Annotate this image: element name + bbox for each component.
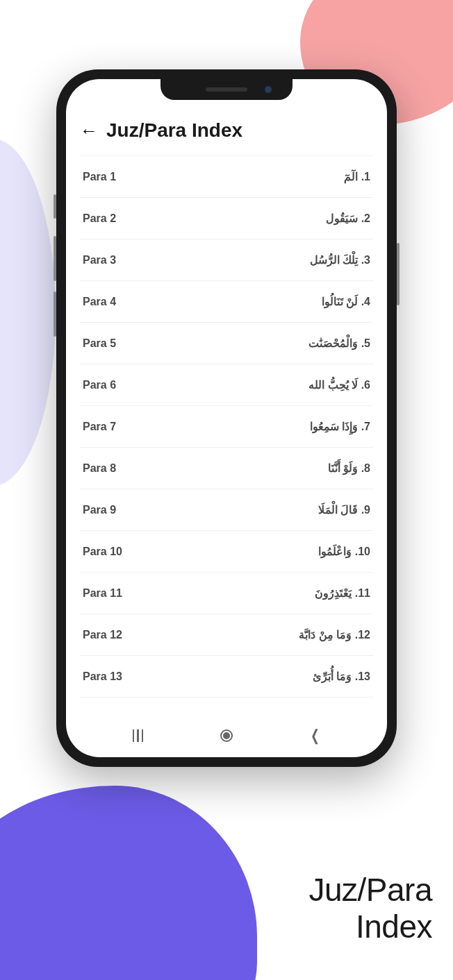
- para-label: Para 10: [83, 546, 122, 558]
- nav-recent-button[interactable]: [129, 727, 147, 745]
- phone-camera: [265, 86, 272, 93]
- para-arabic-name: 5. وَالْمُحْصَنَٰت: [308, 337, 370, 350]
- para-label: Para 6: [83, 379, 116, 391]
- para-arabic-name: 9. قَالَ الْمَلَا: [318, 503, 370, 516]
- phone-volume-down: [53, 292, 56, 337]
- bg-blob-purple: [0, 786, 257, 980]
- para-arabic-name: 3. تِلْكَ الرُّسُل: [310, 253, 370, 267]
- phone-power-button: [397, 243, 400, 305]
- bg-blob-lavender: [0, 139, 56, 486]
- page-title: Juz/Para Index: [106, 119, 242, 142]
- para-label: Para 11: [83, 587, 122, 600]
- para-label: Para 3: [83, 254, 116, 267]
- android-nav-bar: ❮: [66, 716, 387, 757]
- app-content: ← Juz/Para Index Para 11. الٓمٓPara 22. …: [66, 107, 387, 757]
- phone-screen: ← Juz/Para Index Para 11. الٓمٓPara 22. …: [66, 79, 387, 757]
- app-header: ← Juz/Para Index: [66, 107, 387, 149]
- back-icon: ❮: [311, 727, 320, 745]
- list-item[interactable]: Para 55. وَالْمُحْصَنَٰت: [80, 323, 373, 364]
- back-arrow-icon[interactable]: ←: [80, 121, 98, 140]
- para-arabic-name: 8. وَلَوْ أَنَّنَا: [328, 462, 370, 475]
- para-arabic-name: 2. سَيَقُول: [326, 212, 370, 225]
- recent-icon: [133, 729, 144, 742]
- list-item[interactable]: Para 1111. يَعْتَذِرُونَ: [80, 573, 373, 614]
- phone-notch: [160, 79, 293, 100]
- list-item[interactable]: Para 99. قَالَ الْمَلَا: [80, 489, 373, 531]
- list-item[interactable]: Para 88. وَلَوْ أَنَّنَا: [80, 448, 373, 489]
- caption-line-1: Juz/Para: [308, 872, 432, 909]
- para-arabic-name: 13. وَمَا أُبَرِّئ: [313, 670, 370, 683]
- list-item[interactable]: Para 44. لَنْ تَنَالُوا: [80, 281, 373, 323]
- caption-line-2: Index: [308, 909, 432, 945]
- phone-mute-switch: [53, 194, 56, 219]
- para-label: Para 4: [83, 296, 116, 308]
- list-item[interactable]: Para 11. الٓمٓ: [80, 155, 373, 198]
- para-arabic-name: 6. لَا يُحِبُّ الله: [308, 378, 370, 391]
- para-arabic-name: 10. وَاعْلَمُوا: [318, 545, 370, 558]
- nav-back-button[interactable]: ❮: [306, 727, 324, 745]
- para-label: Para 9: [83, 504, 116, 516]
- para-arabic-name: 1. الٓمٓ: [344, 170, 370, 183]
- list-item[interactable]: Para 1212. وَمَا مِنْ دَابَّة: [80, 614, 373, 656]
- list-item[interactable]: Para 1010. وَاعْلَمُوا: [80, 531, 373, 573]
- promo-caption: Juz/Para Index: [308, 872, 432, 945]
- list-item[interactable]: Para 66. لَا يُحِبُّ الله: [80, 364, 373, 406]
- para-arabic-name: 12. وَمَا مِنْ دَابَّة: [299, 628, 370, 641]
- para-arabic-name: 11. يَعْتَذِرُونَ: [315, 586, 370, 600]
- para-label: Para 12: [83, 629, 122, 641]
- para-label: Para 1: [83, 171, 116, 183]
- nav-home-button[interactable]: [217, 727, 236, 745]
- phone-speaker: [206, 87, 247, 92]
- para-label: Para 8: [83, 462, 116, 475]
- phone-frame: ← Juz/Para Index Para 11. الٓمٓPara 22. …: [56, 69, 397, 767]
- home-icon: [220, 729, 233, 742]
- phone-volume-up: [53, 236, 56, 281]
- para-list[interactable]: Para 11. الٓمٓPara 22. سَيَقُولPara 33. …: [66, 149, 387, 716]
- list-item[interactable]: Para 33. تِلْكَ الرُّسُل: [80, 239, 373, 281]
- list-item[interactable]: Para 22. سَيَقُول: [80, 198, 373, 239]
- para-label: Para 5: [83, 337, 116, 350]
- para-arabic-name: 4. لَنْ تَنَالُوا: [322, 295, 370, 308]
- list-item[interactable]: Para 1313. وَمَا أُبَرِّئ: [80, 656, 373, 698]
- para-arabic-name: 7. وَإِذَا سَمِعُوا: [310, 420, 370, 433]
- para-label: Para 13: [83, 670, 122, 683]
- list-item[interactable]: Para 77. وَإِذَا سَمِعُوا: [80, 406, 373, 448]
- para-label: Para 7: [83, 421, 116, 433]
- para-label: Para 2: [83, 212, 116, 225]
